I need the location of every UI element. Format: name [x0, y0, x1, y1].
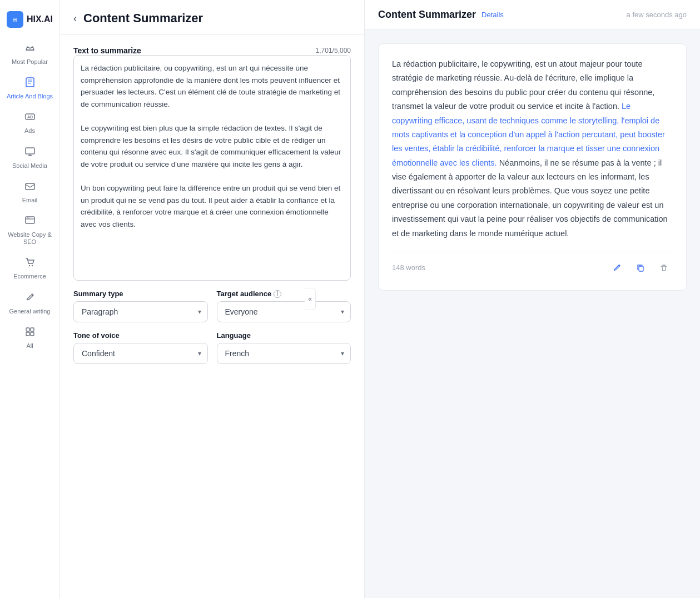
result-area: La rédaction publicitaire, le copywritin…	[365, 30, 700, 598]
svg-point-10	[28, 265, 29, 266]
right-header: Content Summarizer Details a few seconds…	[365, 0, 700, 30]
sidebar-item-label: Ecommerce	[13, 273, 46, 280]
right-header-left: Content Summarizer Details	[378, 9, 504, 21]
sidebar-item-website-copy-seo[interactable]: Website Copy & SEO	[0, 210, 59, 251]
right-panel: Content Summarizer Details a few seconds…	[365, 0, 700, 598]
svg-point-9	[28, 217, 29, 218]
svg-rect-2	[26, 78, 34, 87]
sidebar-item-general-writing[interactable]: General writing	[0, 286, 59, 321]
sidebar-item-label: Article And Blogs	[7, 93, 53, 100]
sidebar-item-label: All	[26, 342, 33, 350]
timestamp: a few seconds ago	[627, 11, 687, 19]
result-footer: 148 words	[392, 252, 673, 277]
sidebar-item-article-blogs[interactable]: Article And Blogs	[0, 71, 59, 106]
sidebar-item-social-media[interactable]: Social Media	[0, 141, 59, 175]
svg-text:AD: AD	[27, 115, 32, 119]
svg-rect-5	[26, 148, 34, 154]
language-select-wrapper: French English Spanish German ▾	[217, 343, 351, 364]
form-row-2: Tone of voice Confident Formal Casual Fr…	[73, 331, 351, 364]
result-text: La rédaction publicitaire, le copywritin…	[392, 57, 673, 241]
sidebar-item-ads[interactable]: AD Ads	[0, 106, 59, 140]
svg-rect-15	[31, 332, 34, 336]
target-audience-select-wrapper: Everyone Experts Beginners ▾	[217, 301, 351, 322]
svg-rect-12	[26, 328, 29, 331]
language-group: Language French English Spanish German ▾	[217, 331, 351, 364]
target-audience-group: Target audience i Everyone Experts Begin…	[217, 290, 351, 322]
tone-of-voice-select-wrapper: Confident Formal Casual Friendly ▾	[73, 343, 208, 364]
result-actions	[608, 259, 673, 277]
sidebar-item-label: Email	[22, 197, 38, 204]
svg-rect-6	[26, 183, 34, 190]
monitor-icon	[24, 146, 36, 160]
tone-of-voice-select[interactable]: Confident Formal Casual Friendly	[73, 343, 208, 364]
text-input-wrapper: La rédaction publicitaire, ou copywritin…	[73, 55, 351, 281]
sidebar-item-label: Social Media	[12, 162, 47, 170]
text-to-summarize-input[interactable]: La rédaction publicitaire, ou copywritin…	[74, 56, 350, 278]
result-text-highlight-1: Le copywriting efficace, usant de techni…	[392, 102, 665, 167]
text-area-header: Text to summarize 1,701/5,000	[73, 46, 351, 55]
logo: H HIX.AI	[0, 7, 59, 37]
summary-type-select-wrapper: Paragraph Bullet Points Short ▾	[73, 301, 208, 322]
sidebar-item-ecommerce[interactable]: Ecommerce	[0, 251, 59, 286]
email-icon	[24, 181, 36, 195]
delete-button[interactable]	[655, 259, 673, 277]
back-button[interactable]: ‹	[73, 13, 77, 23]
info-icon[interactable]: i	[274, 290, 281, 298]
logo-text: HIX.AI	[27, 14, 53, 24]
svg-rect-16	[639, 266, 643, 271]
result-text-normal: La rédaction publicitaire, le copywritin…	[392, 59, 654, 111]
edit-button[interactable]	[608, 259, 626, 277]
target-audience-select[interactable]: Everyone Experts Beginners	[217, 301, 351, 322]
sidebar-item-most-popular[interactable]: Most Popular	[0, 37, 59, 71]
result-card: La rédaction publicitaire, le copywritin…	[378, 43, 687, 291]
language-label: Language	[217, 331, 351, 340]
tone-of-voice-group: Tone of voice Confident Formal Casual Fr…	[73, 331, 208, 364]
text-area-label: Text to summarize	[73, 46, 141, 55]
article-icon	[24, 77, 36, 91]
svg-rect-14	[26, 332, 29, 336]
sidebar-item-label: Website Copy & SEO	[4, 231, 55, 246]
left-panel: ‹ Content Summarizer Text to summarize 1…	[60, 0, 365, 598]
panel-header: ‹ Content Summarizer	[60, 0, 364, 35]
form-area: Text to summarize 1,701/5,000 La rédacti…	[60, 35, 364, 598]
summary-type-select[interactable]: Paragraph Bullet Points Short	[73, 301, 208, 322]
website-icon	[24, 215, 36, 229]
details-link[interactable]: Details	[481, 11, 504, 19]
logo-icon: H	[7, 11, 23, 28]
right-panel-title: Content Summarizer	[378, 9, 476, 21]
language-select[interactable]: French English Spanish German	[217, 343, 351, 364]
sidebar-item-email[interactable]: Email	[0, 175, 59, 210]
word-count: 148 words	[392, 263, 425, 272]
svg-rect-13	[31, 328, 34, 331]
pencil-icon	[24, 292, 36, 306]
sidebar-item-label: General writing	[9, 308, 51, 315]
sidebar-item-label: Most Popular	[12, 58, 48, 66]
main-content: ‹ Content Summarizer Text to summarize 1…	[60, 0, 700, 598]
svg-point-8	[27, 217, 28, 218]
char-count: 1,701/5,000	[316, 47, 351, 54]
grid-icon	[24, 326, 36, 340]
page-title: Content Summarizer	[83, 11, 203, 26]
tone-of-voice-label: Tone of voice	[73, 331, 208, 340]
sidebar: H HIX.AI Most Popular Article And Blogs …	[0, 0, 60, 598]
copy-button[interactable]	[632, 259, 649, 277]
summary-type-group: Summary type Paragraph Bullet Points Sho…	[73, 290, 208, 322]
summary-type-label: Summary type	[73, 290, 208, 298]
collapse-handle[interactable]: «	[305, 288, 316, 310]
cart-icon	[24, 257, 36, 271]
sidebar-item-all[interactable]: All	[0, 321, 59, 355]
crown-icon	[24, 42, 36, 56]
sidebar-item-label: Ads	[24, 127, 35, 134]
ads-icon: AD	[24, 111, 36, 125]
result-text-normal-2: Néanmoins, il ne se résume pas à la vent…	[392, 158, 668, 238]
svg-text:H: H	[13, 17, 17, 23]
svg-point-11	[31, 265, 32, 266]
target-audience-label: Target audience i	[217, 290, 351, 298]
